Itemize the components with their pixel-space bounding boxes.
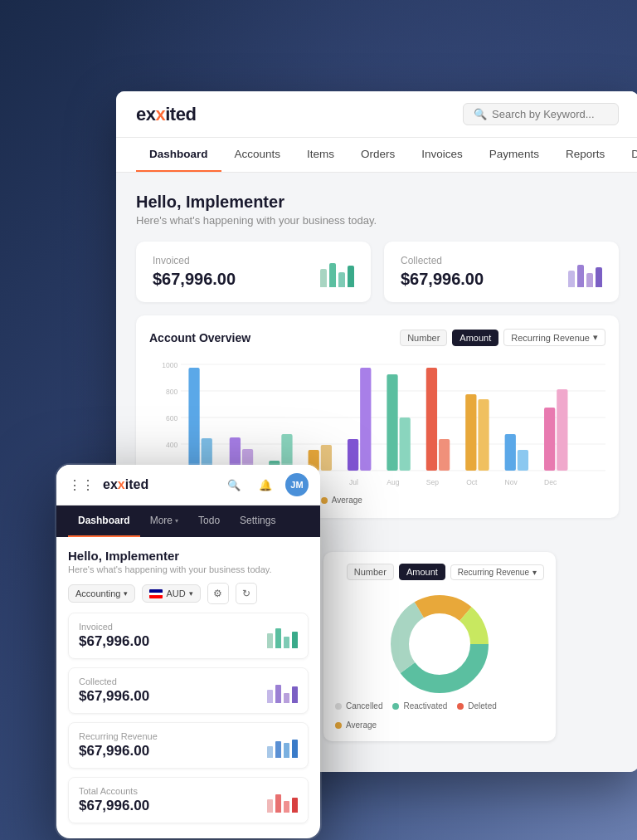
donut-amount-btn[interactable]: Amount [399, 564, 445, 580]
collected-chart [568, 257, 602, 287]
number-btn[interactable]: Number [400, 330, 447, 346]
collected-card: Collected $67,996.00 [384, 242, 619, 302]
mobile-invoiced-card: Invoiced $67,996.00 [68, 613, 309, 659]
nav-item-accounts[interactable]: Accounts [221, 138, 294, 172]
m-rec-bar4 [292, 740, 298, 758]
donut-dropdown-label: Recurring Revenue [458, 568, 529, 577]
mobile-recurring-label: Recurring Revenue [79, 731, 158, 741]
collected-value: $67,996.00 [401, 270, 484, 289]
nav-item-orders[interactable]: Orders [348, 138, 408, 172]
m-rec-bar3 [284, 743, 289, 758]
svg-rect-17 [321, 445, 332, 471]
user-avatar[interactable]: JM [285, 473, 309, 496]
m-col-bar4 [292, 686, 298, 703]
search-bar-container[interactable]: 🔍 [463, 103, 619, 125]
nav-item-items[interactable]: Items [294, 138, 348, 172]
mobile-nav-dashboard[interactable]: Dashboard [68, 505, 140, 537]
svg-rect-20 [387, 374, 397, 471]
donut-legend-reactivated: Reactivated [392, 701, 447, 711]
bell-icon: 🔔 [259, 479, 272, 491]
mobile-collected-chart [267, 678, 298, 703]
svg-text:Nov: Nov [505, 478, 518, 486]
nav-item-payments[interactable]: Payments [476, 138, 552, 172]
svg-text:Jul: Jul [349, 478, 358, 486]
refresh-btn[interactable]: ↻ [236, 583, 257, 604]
nav-item-dashboard[interactable]: Dashboard [136, 138, 221, 172]
svg-rect-18 [348, 439, 358, 471]
mobile-header: ⋮⋮ exxited 🔍 🔔 JM [56, 465, 320, 505]
mobile-nav: Dashboard More ▾ Todo Settings [56, 505, 320, 537]
accounting-label: Accounting [75, 588, 120, 598]
mobile-invoiced-chart [267, 623, 298, 648]
donut-header: Number Amount Recurring Revenue ▾ [335, 564, 544, 580]
donut-chart [335, 590, 544, 698]
mobile-logo: exxited [103, 477, 148, 492]
search-icon-btn[interactable]: 🔍 [222, 473, 246, 496]
mobile-filter-row: Accounting ▾ AUD ▾ ⚙ ↻ [68, 583, 309, 604]
grid-icon: ⋮⋮ [68, 477, 95, 493]
account-overview-title: Account Overview [149, 331, 250, 344]
invoiced-label: Invoiced [153, 255, 236, 266]
mobile-nav-more[interactable]: More ▾ [140, 505, 188, 537]
invoiced-chart [320, 257, 354, 287]
mobile-collected-card: Collected $67,996.00 [68, 667, 309, 714]
m-tot-bar4 [292, 798, 298, 813]
mobile-invoiced-label: Invoiced [79, 622, 149, 632]
currency-chevron-icon: ▾ [189, 589, 193, 598]
desktop-logo: exxited [136, 104, 196, 125]
amount-btn[interactable]: Amount [452, 330, 498, 346]
donut-legend-average: Average [335, 720, 377, 730]
donut-dropdown[interactable]: Recurring Revenue ▾ [450, 564, 544, 580]
svg-text:1000: 1000 [162, 361, 177, 369]
donut-number-btn[interactable]: Number [347, 564, 394, 580]
mobile-total-chart [267, 788, 298, 813]
app-header: exxited 🔍 [116, 91, 637, 138]
chevron-down-icon: ▾ [593, 332, 598, 343]
stats-row: Invoiced $67,996.00 Collected $67,996.00 [136, 242, 619, 302]
mobile-recurring-chart [267, 733, 298, 758]
svg-rect-27 [518, 450, 528, 471]
currency-select[interactable]: AUD ▾ [142, 584, 200, 603]
invoiced-bar-1 [320, 269, 327, 287]
m-inv-bar4 [292, 632, 298, 648]
m-col-bar3 [284, 693, 289, 703]
donut-legend-cancelled: Cancelled [335, 701, 382, 711]
svg-rect-19 [360, 368, 371, 471]
mobile-window: ⋮⋮ exxited 🔍 🔔 JM Dashboard More ▾ Todo … [56, 465, 320, 838]
bell-icon-btn[interactable]: 🔔 [254, 473, 277, 496]
greeting-title: Hello, Implementer [136, 193, 619, 212]
donut-chevron-icon: ▾ [532, 568, 537, 577]
svg-rect-26 [505, 434, 516, 471]
mobile-collected-value: $67,996.00 [79, 688, 149, 705]
mobile-total-accounts-card: Total Accounts $67,996.00 [68, 777, 309, 823]
nav-item-reports[interactable]: Reports [552, 138, 618, 172]
nav-item-invoices[interactable]: Invoices [408, 138, 476, 172]
svg-text:600: 600 [166, 414, 177, 422]
m-inv-bar3 [284, 637, 289, 648]
m-tot-bar2 [275, 794, 281, 813]
desktop-nav: Dashboard Accounts Items Orders Invoices… [116, 138, 637, 173]
more-chevron-icon: ▾ [175, 517, 178, 525]
svg-point-44 [415, 619, 464, 669]
m-col-bar1 [267, 690, 273, 703]
invoiced-bar-3 [338, 272, 345, 287]
m-col-bar2 [275, 685, 281, 703]
mobile-invoiced-value: $67,996.00 [79, 633, 149, 650]
mobile-main: Hello, Implementer Here's what's happeni… [56, 537, 320, 838]
svg-rect-10 [188, 368, 199, 471]
refresh-icon: ↻ [242, 588, 250, 599]
accounting-select[interactable]: Accounting ▾ [68, 584, 135, 603]
account-overview-controls: Number Amount Recurring Revenue ▾ [400, 329, 605, 346]
svg-rect-28 [544, 408, 555, 471]
svg-text:Dec: Dec [544, 478, 557, 486]
settings-gear-btn[interactable]: ⚙ [207, 583, 229, 604]
mobile-nav-settings[interactable]: Settings [230, 505, 285, 537]
greeting-subtitle: Here's what's happening with your busine… [136, 214, 619, 227]
recurring-revenue-dropdown[interactable]: Recurring Revenue ▾ [503, 329, 605, 346]
search-input[interactable] [492, 108, 608, 120]
currency-label: AUD [166, 588, 185, 598]
mobile-recurring-value: $67,996.00 [79, 743, 158, 759]
mobile-nav-todo[interactable]: Todo [188, 505, 230, 537]
nav-item-documents[interactable]: Documents [618, 138, 637, 172]
legend-average: Average [321, 496, 362, 505]
